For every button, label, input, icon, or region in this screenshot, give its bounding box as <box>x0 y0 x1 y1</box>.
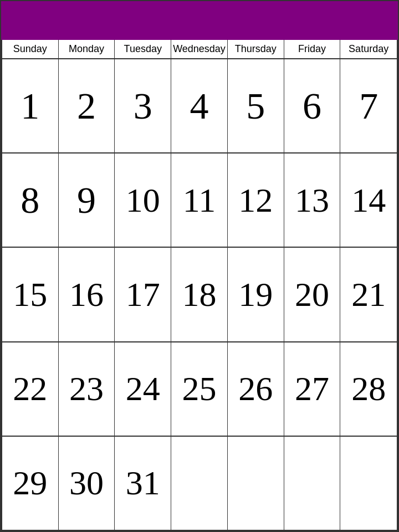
calendar-day-3: 3 <box>115 59 171 152</box>
calendar-day-21: 21 <box>340 248 397 341</box>
calendar-day-12: 12 <box>228 154 284 247</box>
calendar-day-15: 15 <box>2 248 59 341</box>
calendar-day-10: 10 <box>115 154 171 247</box>
calendar-day-23: 23 <box>59 342 115 436</box>
calendar-day-30: 30 <box>59 437 115 530</box>
calendar-day-13: 13 <box>284 154 341 247</box>
calendar-day-5: 5 <box>228 59 284 152</box>
calendar-week-2: 891011121314 <box>2 154 397 248</box>
day-header-friday: Friday <box>284 40 341 58</box>
calendar-day-empty <box>228 437 284 530</box>
calendar-day-11: 11 <box>171 154 228 247</box>
calendar-week-1: 1234567 <box>2 59 397 154</box>
calendar-body: 1234567891011121314151617181920212223242… <box>2 59 397 530</box>
calendar-day-4: 4 <box>171 59 228 152</box>
calendar-grid: SundayMondayTuesdayWednesdayThursdayFrid… <box>1 40 398 531</box>
calendar-day-9: 9 <box>59 154 115 247</box>
calendar-week-5: 293031 <box>2 437 397 530</box>
calendar-day-7: 7 <box>340 59 397 152</box>
day-header-thursday: Thursday <box>228 40 284 58</box>
calendar-week-3: 15161718192021 <box>2 248 397 342</box>
calendar-day-29: 29 <box>2 437 59 530</box>
day-header-saturday: Saturday <box>340 40 397 58</box>
calendar-day-8: 8 <box>2 154 59 247</box>
calendar-day-31: 31 <box>115 437 171 530</box>
calendar-day-1: 1 <box>2 59 59 152</box>
calendar-day-26: 26 <box>228 342 284 436</box>
calendar-week-4: 22232425262728 <box>2 342 397 437</box>
calendar-day-empty <box>171 437 228 530</box>
calendar: SundayMondayTuesdayWednesdayThursdayFrid… <box>0 0 399 532</box>
calendar-day-6: 6 <box>284 59 341 152</box>
calendar-day-22: 22 <box>2 342 59 436</box>
calendar-day-2: 2 <box>59 59 115 152</box>
calendar-day-empty <box>340 437 397 530</box>
calendar-day-14: 14 <box>340 154 397 247</box>
calendar-header <box>1 1 398 40</box>
calendar-day-17: 17 <box>115 248 171 341</box>
calendar-day-19: 19 <box>228 248 284 341</box>
day-header-wednesday: Wednesday <box>171 40 228 58</box>
calendar-day-25: 25 <box>171 342 228 436</box>
day-header-sunday: Sunday <box>2 40 59 58</box>
calendar-day-empty <box>284 437 341 530</box>
calendar-day-16: 16 <box>59 248 115 341</box>
day-header-monday: Monday <box>59 40 115 58</box>
calendar-day-27: 27 <box>284 342 341 436</box>
day-headers-row: SundayMondayTuesdayWednesdayThursdayFrid… <box>2 40 397 59</box>
calendar-day-18: 18 <box>171 248 228 341</box>
day-header-tuesday: Tuesday <box>115 40 171 58</box>
calendar-day-20: 20 <box>284 248 341 341</box>
calendar-day-28: 28 <box>340 342 397 436</box>
calendar-day-24: 24 <box>115 342 171 436</box>
